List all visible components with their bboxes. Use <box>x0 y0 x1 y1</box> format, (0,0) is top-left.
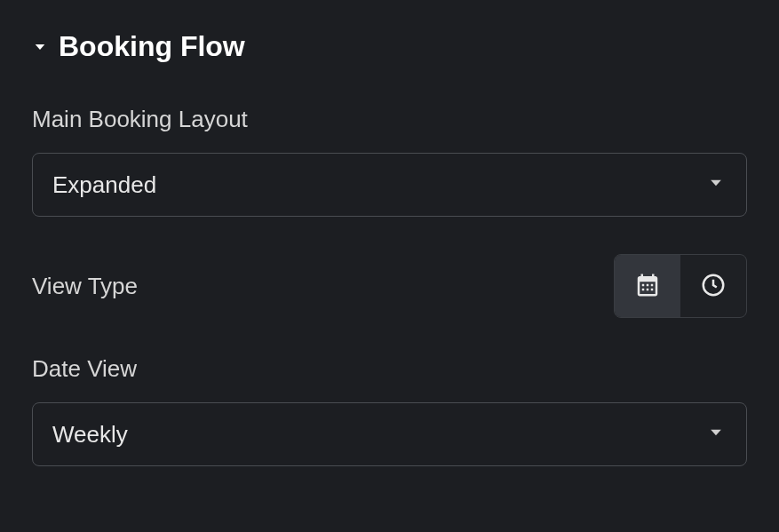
view-type-label: View Type <box>32 273 138 300</box>
field-date-view: Date View Weekly <box>32 355 747 466</box>
caret-down-icon <box>707 174 725 195</box>
view-type-toggle-group <box>614 254 747 318</box>
caret-down-icon <box>707 424 725 445</box>
date-view-label: Date View <box>32 355 747 383</box>
field-view-type: View Type <box>32 254 747 318</box>
chevron-down-icon <box>32 39 48 55</box>
section-title: Booking Flow <box>59 30 245 63</box>
main-booking-layout-value: Expanded <box>52 171 156 199</box>
main-booking-layout-label: Main Booking Layout <box>32 106 747 133</box>
calendar-icon <box>634 272 661 301</box>
view-type-clock-button[interactable] <box>680 255 746 317</box>
view-type-calendar-button[interactable] <box>615 255 680 317</box>
clock-icon <box>700 272 727 301</box>
field-main-booking-layout: Main Booking Layout Expanded <box>32 106 747 217</box>
date-view-value: Weekly <box>52 421 128 449</box>
date-view-select[interactable]: Weekly <box>32 402 747 466</box>
main-booking-layout-select[interactable]: Expanded <box>32 153 747 217</box>
section-header-booking-flow[interactable]: Booking Flow <box>32 30 747 63</box>
